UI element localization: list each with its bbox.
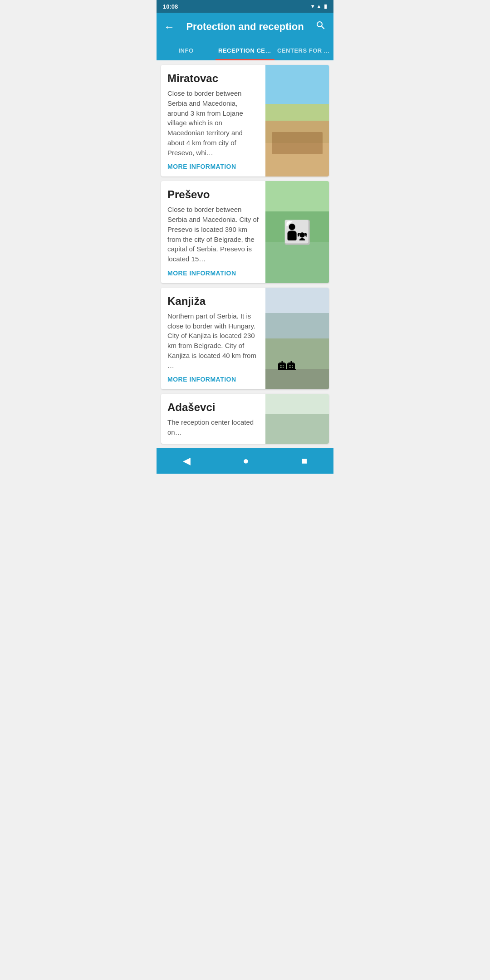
- wifi-icon: ▾: [311, 3, 314, 10]
- card-kanjiza-description: Northern part of Serbia. It is close to …: [167, 311, 259, 371]
- battery-icon: ▮: [324, 3, 327, 10]
- card-miratovac-title: Miratovac: [167, 72, 259, 85]
- status-bar: 10:08 ▾ ▲ ▮: [157, 0, 333, 13]
- signal-icon: ▲: [316, 3, 322, 10]
- card-kanjiza-image: [265, 288, 329, 390]
- card-adasevci-image: [265, 394, 329, 444]
- card-miratovac-text: Miratovac Close to border between Serbia…: [161, 65, 265, 176]
- card-presevo-more[interactable]: MORE INFORMATION: [167, 270, 259, 277]
- search-button[interactable]: [315, 20, 326, 34]
- content-area: Miratovac Close to border between Serbia…: [157, 60, 333, 448]
- tab-bar: INFO RECEPTION CENTERS CENTERS FOR ASYLU…: [157, 41, 333, 60]
- card-kanjiza-text: Kanjiža Northern part of Serbia. It is c…: [161, 288, 265, 390]
- status-time: 10:08: [163, 3, 178, 10]
- card-miratovac[interactable]: Miratovac Close to border between Serbia…: [161, 65, 329, 176]
- tab-info[interactable]: INFO: [157, 41, 216, 60]
- app-bar: ← Protection and reception: [157, 13, 333, 41]
- tab-centers-for-asylum[interactable]: CENTERS FOR ASYLUM: [274, 41, 333, 60]
- card-presevo-title: Preševo: [167, 188, 259, 201]
- card-adasevci-description: The reception center located on…: [167, 417, 259, 437]
- nav-back-button[interactable]: ◀: [183, 455, 191, 467]
- card-adasevci[interactable]: Adaševci The reception center located on…: [161, 394, 329, 444]
- card-presevo[interactable]: Preševo Close to border between Serbia a…: [161, 181, 329, 283]
- card-adasevci-text: Adaševci The reception center located on…: [161, 394, 265, 444]
- bottom-nav: ◀ ● ■: [157, 448, 333, 474]
- nav-home-button[interactable]: ●: [243, 455, 249, 467]
- back-button[interactable]: ←: [164, 20, 175, 33]
- card-miratovac-description: Close to border between Serbia and Maced…: [167, 88, 259, 157]
- card-kanjiza-title: Kanjiža: [167, 295, 259, 308]
- tab-reception-centers[interactable]: RECEPTION CENTERS: [216, 41, 274, 60]
- page-title: Protection and reception: [180, 21, 310, 33]
- card-miratovac-image: [265, 65, 329, 176]
- nav-recent-button[interactable]: ■: [301, 455, 307, 467]
- card-miratovac-more[interactable]: MORE INFORMATION: [167, 163, 259, 170]
- status-icons: ▾ ▲ ▮: [311, 3, 327, 10]
- card-kanjiza-more[interactable]: MORE INFORMATION: [167, 376, 259, 383]
- card-kanjiza[interactable]: Kanjiža Northern part of Serbia. It is c…: [161, 288, 329, 390]
- card-presevo-description: Close to border between Serbia and Maced…: [167, 205, 259, 264]
- search-icon: [315, 20, 326, 31]
- card-presevo-image: [265, 181, 329, 283]
- card-adasevci-title: Adaševci: [167, 401, 259, 414]
- card-presevo-text: Preševo Close to border between Serbia a…: [161, 181, 265, 283]
